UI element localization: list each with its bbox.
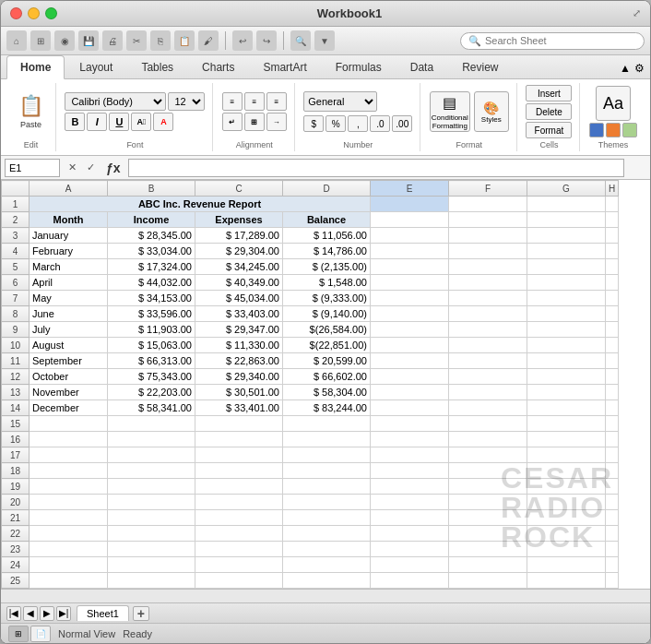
cell-H13[interactable] (606, 385, 619, 400)
cell-20-1[interactable] (108, 495, 195, 510)
sheet-first-button[interactable]: |◀ (6, 606, 21, 621)
cell-E9[interactable] (371, 322, 449, 338)
magnify-icon[interactable]: ▼ (314, 30, 335, 51)
cell-19-0[interactable] (30, 479, 108, 495)
row-header-14[interactable]: 14 (2, 400, 30, 416)
row-header-2[interactable]: 2 (2, 212, 30, 228)
cell-19-1[interactable] (108, 479, 195, 495)
cell-expenses-4[interactable]: $ 29,304.00 (195, 244, 283, 259)
row-header-13[interactable]: 13 (2, 385, 30, 400)
cell-income-13[interactable]: $ 22,203.00 (108, 385, 195, 400)
cell-15-0[interactable] (30, 416, 108, 432)
cell-income-8[interactable]: $ 33,596.00 (108, 306, 195, 322)
tab-home[interactable]: Home (6, 55, 65, 79)
cell-month-5[interactable]: March (30, 259, 108, 275)
cell-G10[interactable] (527, 338, 606, 353)
cell-G14[interactable] (527, 400, 606, 416)
cell-25-1[interactable] (108, 573, 195, 589)
cell-balance-3[interactable]: $ 11,056.00 (283, 228, 371, 244)
cell-23-6[interactable] (527, 542, 606, 557)
cell-26-0[interactable] (30, 589, 108, 590)
insert-button[interactable]: Insert (526, 85, 572, 101)
cell-F13[interactable] (449, 385, 527, 400)
cell-reference-box[interactable]: E1 (5, 159, 60, 177)
italic-button[interactable]: I (87, 113, 107, 131)
cell-18-5[interactable] (449, 463, 527, 479)
cell-24-2[interactable] (195, 557, 283, 573)
sheet-prev-button[interactable]: ◀ (23, 606, 38, 621)
cell-22-3[interactable] (283, 526, 371, 542)
cell-H2[interactable] (606, 212, 619, 228)
cell-21-5[interactable] (449, 510, 527, 526)
cell-26-4[interactable] (371, 589, 449, 590)
row-header-22[interactable]: 22 (2, 526, 30, 542)
cell-15-5[interactable] (449, 416, 527, 432)
cell-balance-13[interactable]: $ 58,304.00 (283, 385, 371, 400)
cell-18-3[interactable] (283, 463, 371, 479)
cell-E3[interactable] (371, 228, 449, 244)
theme-color3[interactable] (622, 123, 637, 137)
cell-20-2[interactable] (195, 495, 283, 510)
search-bar[interactable]: 🔍 (460, 32, 645, 50)
cell-E5[interactable] (371, 259, 449, 275)
cell-22-5[interactable] (449, 526, 527, 542)
cell-H4[interactable] (606, 244, 619, 259)
font-color-button[interactable]: A (153, 113, 173, 131)
cell-21-1[interactable] (108, 510, 195, 526)
row-header-26[interactable]: 26 (2, 589, 30, 590)
row-header-1[interactable]: 1 (2, 197, 30, 212)
highlight-button[interactable]: A⃝ (131, 113, 151, 131)
cell-18-6[interactable] (527, 463, 606, 479)
col-header-B[interactable]: B (108, 181, 195, 197)
paste-toolbar-icon[interactable]: 📋 (174, 30, 195, 51)
formula-input[interactable] (128, 159, 624, 177)
cell-16-2[interactable] (195, 432, 283, 447)
cell-23-0[interactable] (30, 542, 108, 557)
cell-balance-14[interactable]: $ 83,244.00 (283, 400, 371, 416)
cell-H8[interactable] (606, 306, 619, 322)
cell-16-4[interactable] (371, 432, 449, 447)
cell-expenses-13[interactable]: $ 30,501.00 (195, 385, 283, 400)
row-header-16[interactable]: 16 (2, 432, 30, 447)
cell-income-14[interactable]: $ 58,341.00 (108, 400, 195, 416)
cell-F10[interactable] (449, 338, 527, 353)
cell-G8[interactable] (527, 306, 606, 322)
grid-icon[interactable]: ⊞ (30, 30, 51, 51)
cell-25-0[interactable] (30, 573, 108, 589)
cell-G11[interactable] (527, 353, 606, 369)
cell-income-4[interactable]: $ 33,034.00 (108, 244, 195, 259)
currency-button[interactable]: $ (303, 115, 324, 132)
confirm-formula-button[interactable]: ✓ (82, 160, 99, 176)
cell-F5[interactable] (449, 259, 527, 275)
cell-income-5[interactable]: $ 17,324.00 (108, 259, 195, 275)
header-month[interactable]: Month (30, 212, 108, 228)
row-header-11[interactable]: 11 (2, 353, 30, 369)
cell-22-2[interactable] (195, 526, 283, 542)
cell-23-4[interactable] (371, 542, 449, 557)
sheet-next-button[interactable]: ▶ (40, 606, 54, 621)
cell-G9[interactable] (527, 322, 606, 338)
number-format-select[interactable]: General (303, 91, 377, 112)
cell-22-6[interactable] (527, 526, 606, 542)
tab-data[interactable]: Data (397, 55, 447, 78)
cell-17-3[interactable] (283, 447, 371, 463)
cell-19-7[interactable] (606, 479, 619, 495)
cell-month-13[interactable]: November (30, 385, 108, 400)
cell-17-4[interactable] (371, 447, 449, 463)
maximize-button[interactable] (45, 7, 57, 19)
cancel-formula-button[interactable]: ✕ (64, 160, 80, 176)
cell-22-4[interactable] (371, 526, 449, 542)
cell-expenses-7[interactable]: $ 45,034.00 (195, 291, 283, 306)
cell-month-3[interactable]: January (30, 228, 108, 244)
row-header-5[interactable]: 5 (2, 259, 30, 275)
cell-balance-5[interactable]: $ (2,135.00) (283, 259, 371, 275)
cell-20-4[interactable] (371, 495, 449, 510)
tab-formulas[interactable]: Formulas (322, 55, 396, 78)
cell-G12[interactable] (527, 369, 606, 385)
cell-month-10[interactable]: August (30, 338, 108, 353)
cell-F2[interactable] (449, 212, 527, 228)
align-right-button[interactable]: ≡ (266, 92, 287, 111)
cell-24-1[interactable] (108, 557, 195, 573)
cell-G2[interactable] (527, 212, 606, 228)
cell-F1[interactable] (449, 197, 527, 212)
